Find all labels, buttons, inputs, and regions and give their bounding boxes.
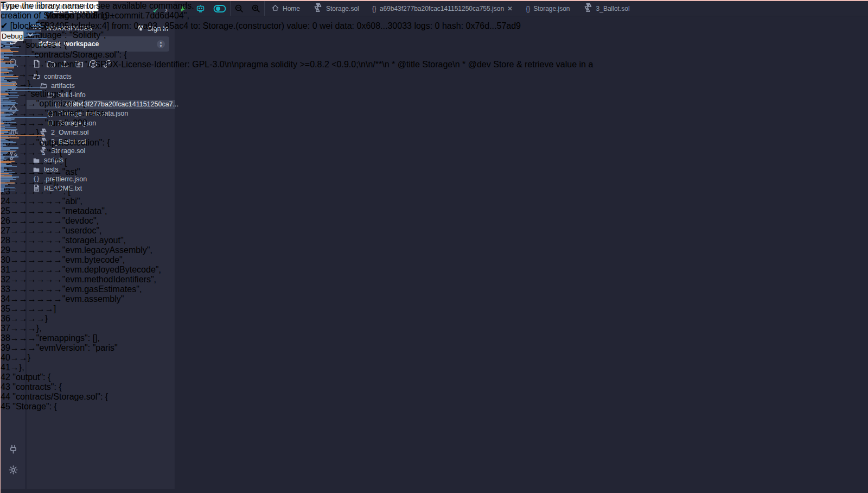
code-line-44[interactable]: 44 "contracts/Storage.sol": { xyxy=(1,392,593,402)
code-line-14[interactable]: 14→→→"optimizer": { xyxy=(1,99,593,109)
line-content: →→→→→→"evm.legacyAssembly", xyxy=(10,245,152,255)
line-content: →→→→→→"abi", xyxy=(10,197,82,206)
line-content: →→→→→→"evm.assembly" xyxy=(10,294,124,304)
terminal-log-line: creation of Storage pending... xyxy=(1,11,521,21)
code-line-25[interactable]: 25→→→→→→"metadata", xyxy=(1,206,593,216)
code-line-32[interactable]: 32→→→→→→"evm.methodIdentifiers", xyxy=(1,275,593,285)
line-content: →→→→→→"devdoc", xyxy=(10,216,99,225)
line-content: →→} xyxy=(10,353,30,362)
tx-success-icon: ✔ xyxy=(1,21,8,30)
code-line-13[interactable]: 13→→"settings": { xyxy=(1,89,593,99)
line-number: 40 xyxy=(1,353,10,362)
line-number: 44 xyxy=(1,392,10,401)
line-content: "contracts/Storage.sol": { xyxy=(10,392,108,401)
line-number: 35 xyxy=(1,304,10,313)
line-content: →}, xyxy=(10,363,24,372)
line-number: 27 xyxy=(1,226,10,235)
code-line-15[interactable]: 15→→→→"enabled": false, xyxy=(1,109,593,118)
code-line-22[interactable]: 22→→→→→], xyxy=(1,177,593,187)
line-number: 33 xyxy=(1,285,10,294)
code-line-16[interactable]: 16→→→→"runs": 200 xyxy=(1,118,593,128)
terminal-prompt[interactable]: > xyxy=(1,41,521,51)
code-line-34[interactable]: 34→→→→→→"evm.assembly" xyxy=(1,294,593,304)
line-number: 31 xyxy=(1,265,10,274)
line-content: "Storage": { xyxy=(10,402,57,411)
code-line-27[interactable]: 27→→→→→→"userdoc", xyxy=(1,226,593,236)
line-content: →→→→→→"evm.deployedBytecode", xyxy=(10,265,161,274)
code-line-17[interactable]: 17→→→}, xyxy=(1,128,593,138)
code-line-12[interactable]: 12→→}, xyxy=(1,79,593,89)
code-line-33[interactable]: 33→→→→→→"evm.gasEstimates", xyxy=(1,285,593,294)
line-content: →→→}, xyxy=(10,324,42,333)
code-line-9[interactable]: 9→→→"contracts/Storage.sol": { xyxy=(1,50,593,60)
line-number: 41 xyxy=(1,363,10,372)
line-content: →→→→→→"metadata", xyxy=(10,206,107,216)
line-number: 28 xyxy=(1,236,10,245)
line-number: 34 xyxy=(1,294,10,304)
plugin-manager-icon[interactable] xyxy=(1,441,26,457)
line-number: 37 xyxy=(1,324,10,333)
line-content: →→→→→→"storageLayout", xyxy=(10,236,126,245)
line-number: 32 xyxy=(1,275,10,284)
code-line-11[interactable]: 11→→→} xyxy=(1,69,593,79)
code-line-29[interactable]: 29→→→→→→"evm.legacyAssembly", xyxy=(1,245,593,255)
code-line-26[interactable]: 26→→→→→→"devdoc", xyxy=(1,216,593,226)
line-number: 30 xyxy=(1,255,10,264)
code-line-41[interactable]: 41→}, xyxy=(1,363,593,372)
code-line-42[interactable]: 42 "output": { xyxy=(1,372,593,382)
code-line-23[interactable]: 23→→→→→"*": [ xyxy=(1,187,593,197)
line-content: →→→→→] xyxy=(10,304,56,313)
code-line-19[interactable]: 19→→→→"*": { xyxy=(1,148,593,157)
terminal-log-line: Type the library name to see available c… xyxy=(1,1,521,11)
code-line-21[interactable]: 21→→→→→→"ast" xyxy=(1,167,593,177)
code-line-28[interactable]: 28→→→→→→"storageLayout", xyxy=(1,236,593,245)
line-content: →→→→→→"evm.methodIdentifiers", xyxy=(10,275,156,284)
code-line-20[interactable]: 20→→→→→"": [ xyxy=(1,157,593,167)
code-line-31[interactable]: 31→→→→→→"evm.deployedBytecode", xyxy=(1,265,593,275)
line-number: 43 xyxy=(1,382,10,391)
line-number: 26 xyxy=(1,216,10,225)
line-content: →→→→} xyxy=(10,314,48,323)
code-line-18[interactable]: 18→→→"outputSelection": { xyxy=(1,138,593,148)
code-line-39[interactable]: 39→→→"evmVersion": "paris" xyxy=(1,343,593,353)
debug-button[interactable]: Debug xyxy=(1,31,24,41)
code-line-40[interactable]: 40→→} xyxy=(1,353,593,363)
line-number: 45 xyxy=(1,402,10,411)
line-number: 29 xyxy=(1,245,10,255)
line-content: →→→→→→"userdoc", xyxy=(10,226,102,235)
terminal-output[interactable]: Type the library name to see available c… xyxy=(1,1,521,51)
line-content: →→→"remappings": [], xyxy=(10,333,100,343)
line-number: 39 xyxy=(1,343,10,352)
code-editor[interactable]: 4 "solcVersion": "0.8.19",5 "solcLongVer… xyxy=(1,1,593,412)
line-number: 25 xyxy=(1,206,10,216)
transaction-row[interactable]: ✔ [block:5583405 txIndex:4] from: 0xa03.… xyxy=(1,21,521,31)
tx-summary: [block:5583405 txIndex:4] from: 0xa03...… xyxy=(10,21,521,30)
tx-expand-chevron-icon[interactable] xyxy=(27,31,34,40)
remix-ide-window: FILE EXPLORER ✓ › WORKSPACES Sign in def… xyxy=(0,0,868,493)
line-number: 42 xyxy=(1,372,10,382)
code-line-38[interactable]: 38→→→"remappings": [], xyxy=(1,333,593,343)
line-content: "contracts": { xyxy=(10,382,62,391)
code-line-36[interactable]: 36→→→→} xyxy=(1,314,593,324)
minimap-line xyxy=(1,191,4,192)
code-line-45[interactable]: 45 "Storage": { xyxy=(1,402,593,412)
settings-icon[interactable] xyxy=(1,462,26,478)
minimap-line xyxy=(1,90,42,91)
line-content: "output": { xyxy=(10,372,51,382)
code-line-43[interactable]: 43 "contracts": { xyxy=(1,382,593,392)
line-content: →→→→→→"evm.bytecode", xyxy=(10,255,125,264)
line-number: 24 xyxy=(1,197,10,206)
tab-label: 3_Ballot.sol xyxy=(596,5,630,12)
line-number: 38 xyxy=(1,333,10,343)
line-content: →→→→→→"evm.gasEstimates", xyxy=(10,285,142,294)
code-line-30[interactable]: 30→→→→→→"evm.bytecode", xyxy=(1,255,593,265)
line-number: 36 xyxy=(1,314,10,323)
line-content: →→→→"content": "// SPDX-License-Identifi… xyxy=(10,60,593,69)
code-line-10[interactable]: 10→→→→"content": "// SPDX-License-Identi… xyxy=(1,60,593,69)
code-line-24[interactable]: 24→→→→→→"abi", xyxy=(1,197,593,206)
code-line-35[interactable]: 35→→→→→] xyxy=(1,304,593,314)
minimap-line xyxy=(1,55,39,56)
code-line-37[interactable]: 37→→→}, xyxy=(1,324,593,333)
line-content: →→→"evmVersion": "paris" xyxy=(10,343,118,352)
